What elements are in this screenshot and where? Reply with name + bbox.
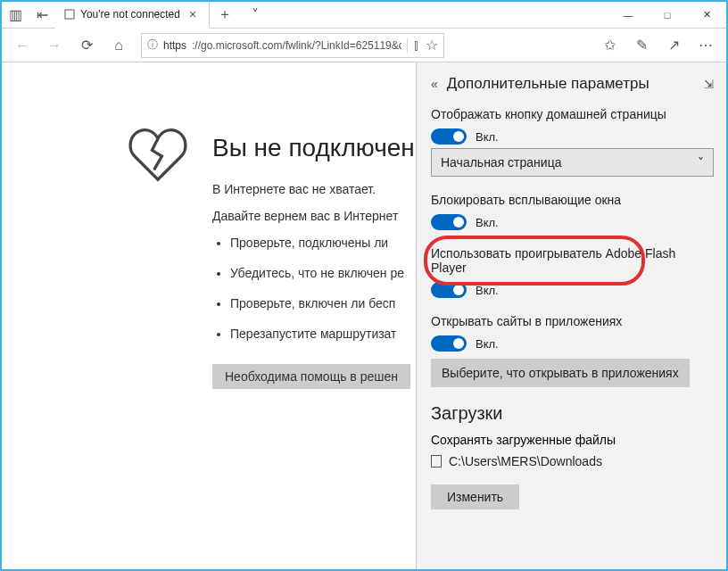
show-home-button-section: Отображать кнопку домашней страницы Вкл.… bbox=[431, 107, 714, 177]
toggle-state: Вкл. bbox=[476, 284, 499, 297]
home-button-toggle[interactable] bbox=[431, 128, 467, 145]
broken-heart-icon bbox=[127, 125, 189, 187]
toggle-state: Вкл. bbox=[476, 337, 499, 351]
downloads-path-row: C:\Users\MERS\Downloads bbox=[431, 454, 714, 468]
browser-tab[interactable]: You're not connected × bbox=[55, 2, 210, 29]
addr-separator bbox=[407, 38, 408, 53]
refresh-button[interactable]: ⟳ bbox=[71, 32, 102, 59]
open-in-apps-section: Открывать сайты в приложениях Вкл. Выбер… bbox=[431, 314, 714, 387]
setting-label: Открывать сайты в приложениях bbox=[431, 314, 714, 328]
downloads-subheading: Сохранять загруженные файлы bbox=[431, 433, 714, 447]
advanced-settings-panel: « Дополнительные параметры ⇲ Отображать … bbox=[416, 62, 726, 569]
chevron-down-icon: ˅ bbox=[698, 155, 704, 170]
set-aside-tabs-icon[interactable]: ⇤ bbox=[29, 2, 55, 28]
close-window-button[interactable]: ✕ bbox=[687, 2, 726, 28]
titlebar: ▥ ⇤ You're not connected × ＋ ˅ — □ ✕ bbox=[2, 2, 726, 29]
setting-label: Использовать проигрыватель Adobe Flash P… bbox=[431, 246, 714, 275]
folder-icon bbox=[431, 455, 442, 468]
panel-title: Дополнительные параметры bbox=[447, 75, 695, 93]
dropdown-value: Начальная страница bbox=[441, 155, 561, 170]
setting-label: Блокировать всплывающие окна bbox=[431, 193, 714, 207]
downloads-heading: Загрузки bbox=[431, 403, 714, 424]
block-popups-section: Блокировать всплывающие окна Вкл. bbox=[431, 193, 714, 230]
pin-panel-icon[interactable]: ⇲ bbox=[704, 78, 714, 91]
page-icon bbox=[64, 9, 75, 20]
downloads-path: C:\Users\MERS\Downloads bbox=[449, 454, 602, 468]
content-area: Вы не подключены В Интернете вас не хват… bbox=[2, 62, 726, 569]
new-tab-button[interactable]: ＋ bbox=[210, 2, 240, 28]
flash-toggle[interactable] bbox=[431, 282, 467, 298]
change-downloads-folder-button[interactable]: Изменить bbox=[431, 484, 519, 509]
tab-actions-left-icon[interactable]: ▥ bbox=[2, 2, 29, 28]
url-input[interactable] bbox=[192, 39, 401, 52]
share-icon[interactable]: ↗ bbox=[658, 32, 689, 59]
tab-preview-toggle-icon[interactable]: ˅ bbox=[240, 2, 270, 28]
panel-back-icon[interactable]: « bbox=[431, 77, 438, 91]
open-in-apps-toggle[interactable] bbox=[431, 335, 467, 352]
favorites-hub-icon[interactable]: ✩ bbox=[594, 32, 625, 59]
forward-button[interactable]: → bbox=[39, 32, 70, 59]
flash-player-section: Использовать проигрыватель Adobe Flash P… bbox=[431, 246, 714, 298]
reading-view-icon[interactable]: ⫿ bbox=[413, 37, 420, 54]
close-tab-icon[interactable]: × bbox=[186, 7, 200, 21]
choose-apps-button[interactable]: Выберите, что открывать в приложениях bbox=[431, 359, 690, 387]
home-button[interactable]: ⌂ bbox=[103, 32, 134, 59]
svg-rect-0 bbox=[65, 10, 74, 19]
site-info-icon[interactable]: ⓘ bbox=[147, 37, 158, 53]
maximize-button[interactable]: □ bbox=[648, 2, 687, 28]
toggle-state: Вкл. bbox=[476, 216, 499, 229]
toggle-state: Вкл. bbox=[476, 130, 499, 144]
notes-icon[interactable]: ✎ bbox=[626, 32, 657, 59]
edge-window: ▥ ⇤ You're not connected × ＋ ˅ — □ ✕ ← →… bbox=[0, 0, 728, 571]
setting-label: Отображать кнопку домашней страницы bbox=[431, 107, 714, 121]
fix-connection-button[interactable]: Необходима помощь в решен bbox=[212, 364, 410, 389]
tab-title: You're not connected bbox=[80, 8, 180, 21]
favorite-star-icon[interactable]: ☆ bbox=[426, 37, 438, 54]
back-button[interactable]: ← bbox=[7, 32, 37, 59]
url-scheme: https bbox=[163, 39, 186, 52]
toolbar: ← → ⟳ ⌂ ⓘ https ⫿ ☆ ✩ ✎ ↗ ⋯ bbox=[2, 29, 726, 62]
block-popups-toggle[interactable] bbox=[431, 214, 467, 230]
address-bar[interactable]: ⓘ https ⫿ ☆ bbox=[141, 33, 444, 58]
home-page-dropdown[interactable]: Начальная страница ˅ bbox=[431, 148, 714, 177]
minimize-button[interactable]: — bbox=[608, 2, 648, 28]
more-icon[interactable]: ⋯ bbox=[691, 32, 721, 59]
